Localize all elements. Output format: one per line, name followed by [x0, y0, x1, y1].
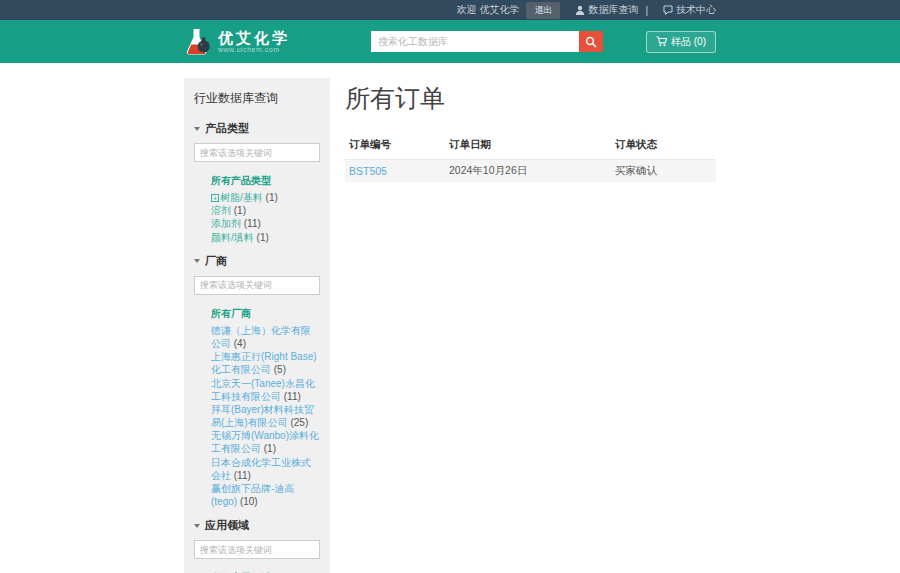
column-header: 订单日期 [445, 133, 611, 160]
triangle-down-icon [194, 259, 200, 263]
tech-center-label: 技术中心 [676, 3, 716, 17]
topbar-divider: | [645, 5, 648, 16]
search-button[interactable] [579, 31, 603, 52]
plus-box-icon[interactable]: + [211, 194, 219, 202]
site-header: 优艾化学 www.uichem.com 样品 (0) [0, 20, 900, 63]
section-label: 厂商 [205, 254, 227, 269]
section-label: 产品类型 [205, 121, 249, 136]
order-date: 2024年10月26日 [445, 160, 611, 183]
top-bar: 欢迎 优艾化学 退出 数据库查询 | 技术中心 [0, 0, 900, 20]
filter-item-link[interactable]: 日本合成化学工业株式会社 (11) [207, 456, 320, 482]
filter-all-link[interactable]: 所有产品类型 [211, 174, 320, 188]
item-count: (1) [234, 205, 246, 216]
speech-bubble-icon [663, 5, 673, 15]
logout-button[interactable]: 退出 [526, 2, 560, 19]
search-group [371, 31, 603, 52]
filter-item-link[interactable]: 颜料/填料 (1) [207, 231, 320, 244]
filter-all-link[interactable]: 所有厂商 [211, 307, 320, 321]
brand-name: 优艾化学 [218, 30, 290, 47]
section-toggle-产品类型[interactable]: 产品类型 [194, 121, 320, 136]
table-row: BST5052024年10月26日买家确认 [345, 160, 716, 183]
item-count: (11) [234, 470, 251, 481]
filter-item-link[interactable]: 拜耳(Bayer)材料科技贸易(上海)有限公司 (25) [207, 403, 320, 429]
tech-center-link[interactable]: 技术中心 [663, 3, 716, 17]
filter-item-link[interactable]: 德谦（上海）化学有限公司 (4) [207, 324, 320, 350]
section-links: 所有产品类型+树脂/基料 (1)溶剂 (1)添加剂 (11)颜料/填料 (1) [194, 174, 320, 244]
brand-logo[interactable]: 优艾化学 www.uichem.com [184, 27, 290, 57]
item-count: (1) [264, 443, 276, 454]
orders-table: 订单编号订单日期订单状态 BST5052024年10月26日买家确认 [345, 133, 716, 182]
order-id-link[interactable]: BST505 [349, 165, 387, 177]
filter-search-input-厂商[interactable] [194, 276, 320, 295]
section-links: 所有厂商德谦（上海）化学有限公司 (4)上海惠正行(Right Base)化工有… [194, 307, 320, 509]
filter-item-link[interactable]: 上海惠正行(Right Base)化工有限公司 (5) [207, 350, 320, 376]
column-header: 订单编号 [345, 133, 445, 160]
triangle-down-icon [194, 127, 200, 131]
item-count: (1) [257, 232, 269, 243]
flask-icon [184, 27, 211, 57]
filter-item-link[interactable]: 无锡万博(Wanbo)涂料化工有限公司 (1) [207, 429, 320, 455]
section-toggle-应用领域[interactable]: 应用领域 [194, 518, 320, 533]
section-label: 应用领域 [205, 518, 249, 533]
filter-item-link[interactable]: +树脂/基料 (1) [207, 191, 320, 204]
item-count: (1) [266, 192, 278, 203]
filter-search-input-应用领域[interactable] [194, 540, 320, 559]
filter-sidebar: 行业数据库查询 产品类型所有产品类型+树脂/基料 (1)溶剂 (1)添加剂 (1… [184, 78, 330, 573]
filter-item-link[interactable]: 赢创旗下品牌-迪高(tego) (10) [207, 482, 320, 508]
item-count: (11) [244, 218, 261, 229]
sample-button-label: 样品 (0) [671, 35, 706, 49]
order-status: 买家确认 [611, 160, 716, 183]
item-count: (11) [284, 391, 301, 402]
item-count: (25) [290, 417, 308, 428]
item-count: (5) [274, 364, 286, 375]
filter-item-link[interactable]: 溶剂 (1) [207, 204, 320, 217]
item-count: (10) [240, 496, 258, 507]
sidebar-section-产品类型: 产品类型所有产品类型+树脂/基料 (1)溶剂 (1)添加剂 (11)颜料/填料 … [194, 121, 320, 244]
section-toggle-厂商[interactable]: 厂商 [194, 254, 320, 269]
orders-panel: 所有订单 订单编号订单日期订单状态 BST5052024年10月26日买家确认 [345, 78, 716, 573]
sidebar-section-应用领域: 应用领域所有应用领域塑胶漆 (6)真空电镀 (4) [194, 518, 320, 573]
filter-item-link[interactable]: 添加剂 (11) [207, 217, 320, 230]
welcome-text: 欢迎 优艾化学 [457, 3, 520, 17]
triangle-down-icon [194, 524, 200, 528]
search-input[interactable] [371, 31, 579, 52]
column-header: 订单状态 [611, 133, 716, 160]
db-query-label: 数据库查询 [588, 3, 638, 17]
magnifier-icon [585, 36, 597, 48]
filter-search-input-产品类型[interactable] [194, 143, 320, 162]
cart-icon [656, 36, 667, 47]
sample-cart-button[interactable]: 样品 (0) [646, 31, 716, 53]
db-query-link[interactable]: 数据库查询 [575, 3, 638, 17]
brand-domain: www.uichem.com [218, 46, 290, 53]
item-count: (4) [234, 338, 246, 349]
sidebar-section-厂商: 厂商所有厂商德谦（上海）化学有限公司 (4)上海惠正行(Right Base)化… [194, 254, 320, 509]
sidebar-title: 行业数据库查询 [194, 90, 320, 107]
page-title: 所有订单 [345, 82, 716, 115]
filter-item-link[interactable]: 北京天一(Tanee)永昌化工科技有限公司 (11) [207, 377, 320, 403]
user-icon [575, 5, 585, 15]
